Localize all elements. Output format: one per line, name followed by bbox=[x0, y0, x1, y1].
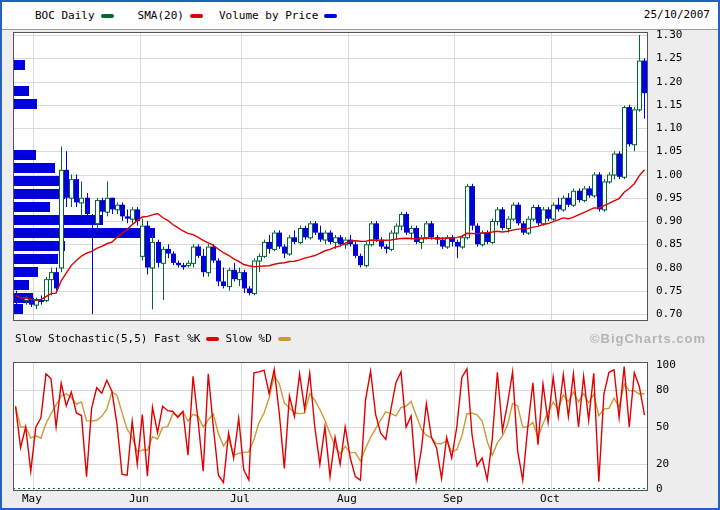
price-tick-label: 0.85 bbox=[656, 237, 683, 250]
stoch-k-swatch-icon bbox=[206, 337, 219, 341]
price-tick-label: 1.20 bbox=[656, 75, 683, 88]
stoch-tick-label: 20 bbox=[656, 457, 669, 470]
month-label: Sep bbox=[443, 492, 463, 505]
price-tick-label: 0.75 bbox=[656, 284, 683, 297]
price-tick-label: 1.10 bbox=[656, 121, 683, 134]
month-label: Jul bbox=[230, 492, 250, 505]
price-tick-label: 0.70 bbox=[656, 307, 683, 320]
price-tick-label: 1.25 bbox=[656, 51, 683, 64]
bigcharts-chart-frame: BOC Daily SMA(20) Volume by Price 25/10/… bbox=[0, 0, 720, 510]
price-tick-label: 1.00 bbox=[656, 168, 683, 181]
bigcharts-watermark: ©BigCharts.com bbox=[590, 331, 706, 346]
stoch-tick-label: 0 bbox=[656, 482, 663, 495]
stoch-d-swatch-icon bbox=[278, 337, 291, 341]
month-label: Aug bbox=[337, 492, 357, 505]
stochastic-k-label: Slow Stochastic(5,5) Fast %K bbox=[15, 332, 200, 345]
month-label: Oct bbox=[540, 492, 560, 505]
price-tick-label: 1.05 bbox=[656, 144, 683, 157]
month-label: Jun bbox=[129, 492, 149, 505]
stoch-tick-label: 80 bbox=[656, 383, 669, 396]
stoch-tick-label: 50 bbox=[656, 420, 669, 433]
month-label: May bbox=[22, 492, 42, 505]
stochastic-legend: Slow Stochastic(5,5) Fast %K Slow %D bbox=[15, 332, 297, 345]
stochastic-d-label: Slow %D bbox=[225, 332, 271, 345]
indicator-strip: Slow Stochastic(5,5) Fast %K Slow %D ©Bi… bbox=[2, 321, 718, 360]
price-tick-label: 0.90 bbox=[656, 214, 683, 227]
price-tick-label: 1.30 bbox=[656, 28, 683, 41]
price-tick-label: 0.80 bbox=[656, 261, 683, 274]
price-tick-label: 0.95 bbox=[656, 191, 683, 204]
price-and-stochastic-chart-canvas bbox=[2, 2, 718, 508]
price-tick-label: 1.15 bbox=[656, 98, 683, 111]
